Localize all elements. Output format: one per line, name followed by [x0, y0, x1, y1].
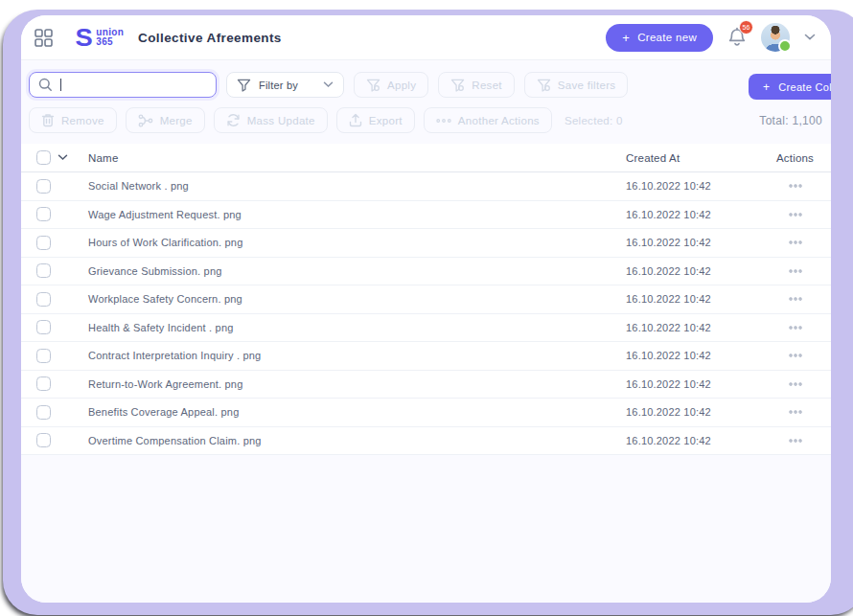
row-actions-menu-icon[interactable] [783, 180, 808, 192]
row-created-at: 16.10.2022 10:42 [626, 435, 759, 446]
row-checkbox[interactable] [36, 179, 51, 194]
filter-by-label: Filter by [259, 80, 298, 91]
text-cursor [60, 79, 61, 91]
create-new-label: Create new [637, 32, 697, 43]
row-actions-menu-icon[interactable] [783, 350, 808, 361]
selected-count: Selected: 0 [565, 115, 623, 126]
export-button[interactable]: Export [336, 107, 415, 133]
plus-icon: + [763, 80, 770, 94]
reset-button[interactable]: Reset [438, 72, 515, 98]
row-checkbox[interactable] [36, 376, 51, 391]
row-select-cell [21, 433, 88, 447]
funnel-check-icon [366, 79, 380, 92]
table-row[interactable]: Benefits Coverage Appeal. png 16.10.2022… [21, 399, 831, 427]
create-new-button[interactable]: + Create new [606, 24, 713, 52]
select-menu-chevron-icon[interactable] [58, 154, 68, 161]
table-row[interactable]: Wage Adjustment Request. png 16.10.2022 … [21, 201, 831, 230]
chevron-down-icon [323, 81, 334, 88]
table-row[interactable]: Workplace Safety Concern. png 16.10.2022… [21, 285, 831, 314]
export-label: Export [369, 115, 403, 126]
row-actions-menu-icon[interactable] [783, 435, 808, 446]
row-checkbox[interactable] [36, 320, 51, 334]
row-name: Return-to-Work Agreement. png [88, 378, 626, 390]
row-name: Benefits Coverage Appeal. png [88, 406, 626, 418]
plus-icon: + [622, 32, 630, 44]
row-actions-menu-icon[interactable] [783, 406, 808, 418]
brand-name: union 365 [96, 28, 124, 47]
table-row[interactable]: Hours of Work Clarification. png 16.10.2… [21, 229, 831, 258]
row-select-cell [21, 207, 88, 221]
save-filters-button[interactable]: Save filters [524, 72, 628, 98]
row-created-at: 16.10.2022 10:42 [626, 293, 759, 305]
column-header-name[interactable]: Name [88, 152, 626, 164]
table-row[interactable]: Contract Interpretation Inquiry . png 16… [21, 342, 831, 371]
search-box[interactable] [29, 72, 217, 98]
row-name: Social Network . png [88, 180, 626, 192]
create-collective-button[interactable]: + Create Collective [749, 74, 831, 100]
row-actions-menu-icon[interactable] [783, 237, 808, 248]
app-bar-right: + Create new 56 [606, 23, 816, 52]
brand-logo[interactable]: S union 365 [76, 25, 124, 50]
row-created-at: 16.10.2022 10:42 [626, 322, 759, 333]
row-name: Hours of Work Clarification. png [88, 237, 626, 248]
table-row[interactable]: Social Network . png 16.10.2022 10:42 [21, 172, 831, 201]
table-row[interactable]: Return-to-Work Agreement. png 16.10.2022… [21, 371, 831, 399]
filter-by-dropdown[interactable]: Filter by [226, 72, 344, 98]
row-actions-menu-icon[interactable] [783, 293, 808, 305]
row-actions-menu-icon[interactable] [783, 378, 808, 390]
apply-button[interactable]: Apply [354, 72, 428, 98]
row-actions-menu-icon[interactable] [783, 265, 808, 277]
notification-badge: 56 [739, 20, 753, 34]
funnel-icon [237, 79, 251, 92]
row-created-at: 16.10.2022 10:42 [626, 265, 759, 277]
row-actions-menu-icon[interactable] [783, 322, 808, 333]
row-select-cell [21, 179, 88, 194]
row-checkbox[interactable] [36, 292, 51, 307]
merge-button[interactable]: Merge [126, 107, 205, 133]
row-checkbox[interactable] [36, 433, 51, 447]
another-actions-button[interactable]: Another Actions [424, 107, 552, 133]
row-name: Contract Interpretation Inquiry . png [88, 350, 626, 361]
remove-label: Remove [61, 115, 104, 126]
row-select-cell [21, 236, 88, 250]
select-all-checkbox[interactable] [36, 150, 51, 165]
mass-update-button[interactable]: Mass Update [214, 107, 328, 133]
table-row[interactable]: Overtime Compensation Claim. png 16.10.2… [21, 427, 831, 456]
filter-row: Filter by Apply Reset [29, 72, 628, 98]
apply-label: Apply [387, 80, 416, 91]
apps-grid-icon[interactable] [35, 29, 53, 47]
reset-label: Reset [472, 80, 502, 91]
profile-chevron-down-icon[interactable] [804, 34, 816, 41]
merge-label: Merge [160, 115, 193, 126]
create-collective-label: Create Collective [778, 81, 831, 93]
row-name: Grievance Submission. png [88, 265, 626, 277]
row-checkbox[interactable] [36, 405, 51, 420]
remove-button[interactable]: Remove [29, 107, 117, 133]
row-created-at: 16.10.2022 10:42 [626, 350, 759, 361]
row-checkbox[interactable] [36, 349, 51, 363]
row-checkbox[interactable] [36, 236, 51, 250]
total-count: Total: 1,100 [759, 114, 822, 127]
table-row[interactable]: Grievance Submission. png 16.10.2022 10:… [21, 258, 831, 286]
row-checkbox[interactable] [36, 207, 51, 221]
table-body: Social Network . png 16.10.2022 10:42 [21, 172, 831, 455]
brand-name-line2: 365 [96, 37, 124, 47]
row-actions-menu-icon[interactable] [783, 209, 808, 220]
search-input[interactable] [69, 80, 207, 91]
row-checkbox[interactable] [36, 263, 51, 278]
row-select-cell [21, 320, 88, 334]
row-name: Wage Adjustment Request. png [88, 209, 626, 220]
row-select-cell [21, 349, 88, 363]
user-avatar[interactable] [761, 23, 790, 52]
records-table: Name Created At Actions Social Network .… [21, 144, 831, 455]
column-header-created-at[interactable]: Created At [626, 152, 759, 164]
row-name: Health & Safety Incident . png [88, 322, 626, 333]
header-select-cell [21, 150, 88, 165]
row-select-cell [21, 405, 88, 420]
export-up-icon [349, 113, 362, 127]
notifications-bell[interactable]: 56 [727, 27, 747, 48]
table-header-row: Name Created At Actions [21, 144, 831, 172]
table-row[interactable]: Health & Safety Incident . png 16.10.202… [21, 314, 831, 343]
column-header-actions: Actions [759, 152, 831, 164]
refresh-icon [226, 113, 241, 127]
